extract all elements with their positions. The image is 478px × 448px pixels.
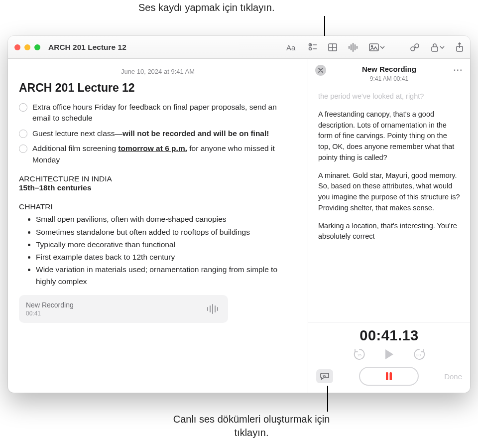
svg-rect-28 <box>386 372 388 380</box>
recording-name: New Recording <box>26 301 74 309</box>
titlebar: ARCH 201 Lecture 12 Aa <box>8 36 470 59</box>
window-controls <box>14 44 40 50</box>
callout-bottom: Canlı ses dökümleri oluşturmak için tıkl… <box>172 413 331 440</box>
subhead: CHHATRI <box>19 202 297 211</box>
svg-point-14 <box>371 45 373 47</box>
svg-text:15: 15 <box>357 353 361 357</box>
sidebar-title: New Recording <box>362 65 416 73</box>
minimize-icon[interactable] <box>24 44 30 50</box>
live-transcript-button[interactable]: 99 <box>316 369 333 383</box>
checklist-text: Extra office hours Friday for feedback o… <box>32 102 297 124</box>
checklist-text: Additional film screening tomorrow at 6 … <box>32 143 297 165</box>
bullet-list: Small open pavilions, often with dome-sh… <box>19 213 297 287</box>
transcript-line-faded: the period we've looked at, right? <box>318 91 460 102</box>
lock-icon[interactable] <box>431 43 445 52</box>
waveform-icon <box>206 303 221 314</box>
checklist-text: Guest lecture next class—will not be rec… <box>32 128 269 139</box>
checklist-icon[interactable] <box>308 43 317 52</box>
window-title: ARCH 201 Lecture 12 <box>48 43 126 52</box>
checklist-item[interactable]: Extra office hours Friday for feedback o… <box>19 102 297 124</box>
note-heading: ARCH 201 Lecture 12 <box>19 81 297 95</box>
forward-30-icon[interactable]: 30 <box>413 348 426 361</box>
recording-duration: 00:41 <box>26 310 74 317</box>
bullet-item: Typically more decorative than functiona… <box>36 239 290 250</box>
sidebar-subtitle: 9:41 AM 00:41 <box>308 75 470 82</box>
share-icon[interactable] <box>456 42 464 52</box>
checklist: Extra office hours Friday for feedback o… <box>19 102 297 165</box>
pause-record-button[interactable] <box>359 367 419 386</box>
transcript-paragraph: Marking a location, that's interesting. … <box>318 221 460 243</box>
checkbox-icon[interactable] <box>19 145 27 153</box>
media-icon[interactable] <box>369 43 385 51</box>
notes-window: ARCH 201 Lecture 12 Aa <box>8 36 470 393</box>
callout-line-bottom <box>327 386 328 412</box>
section-title: ARCHITECTURE IN INDIA <box>19 174 297 183</box>
sidebar-header: New Recording ··· <box>308 59 470 74</box>
checklist-item[interactable]: Guest lecture next class—will not be rec… <box>19 128 297 139</box>
recording-timer: 00:41.13 <box>316 327 462 344</box>
content-split: June 10, 2024 at 9:41 AM ARCH 201 Lectur… <box>8 59 470 393</box>
svg-text:99: 99 <box>323 374 327 377</box>
svg-point-3 <box>309 47 312 50</box>
table-icon[interactable] <box>328 43 337 51</box>
bullet-item: Wide variation in materials used; orname… <box>36 264 290 287</box>
svg-rect-29 <box>389 372 392 380</box>
more-icon[interactable]: ··· <box>454 66 463 75</box>
svg-text:30: 30 <box>416 353 421 357</box>
checkbox-icon[interactable] <box>19 130 27 138</box>
note-timestamp: June 10, 2024 at 9:41 AM <box>19 68 297 75</box>
text-style-icon[interactable]: Aa <box>286 43 297 52</box>
close-sidebar-button[interactable] <box>315 65 326 76</box>
section-subtitle: 15th–18th centuries <box>19 183 297 192</box>
bullet-item: First example dates back to 12th century <box>36 251 290 263</box>
note-editor[interactable]: June 10, 2024 at 9:41 AM ARCH 201 Lectur… <box>8 59 308 393</box>
transcript-paragraph: A minaret. Gold star, Mayuri, good memor… <box>318 170 460 214</box>
done-button[interactable]: Done <box>444 372 462 381</box>
play-icon[interactable] <box>384 348 395 360</box>
rewind-15-icon[interactable]: 15 <box>353 348 366 361</box>
recording-sidebar: New Recording ··· 9:41 AM 00:41 the peri… <box>308 59 470 393</box>
bullet-item: Sometimes standalone but often added to … <box>36 226 290 238</box>
checkbox-icon[interactable] <box>19 103 27 112</box>
bullet-item: Small open pavilions, often with dome-sh… <box>36 213 290 225</box>
recording-attachment[interactable]: New Recording 00:41 <box>19 295 228 323</box>
link-icon[interactable] <box>410 43 420 52</box>
callout-line-top <box>324 16 325 36</box>
callout-top: Ses kaydı yapmak için tıklayın. <box>138 2 274 13</box>
checklist-item[interactable]: Additional film screening tomorrow at 6 … <box>19 143 297 165</box>
audio-record-icon[interactable] <box>348 43 358 52</box>
transcript-paragraph: A freestanding canopy, that's a good des… <box>318 109 460 163</box>
svg-text:Aa: Aa <box>286 43 296 52</box>
maximize-icon[interactable] <box>34 44 40 50</box>
transcript-pane[interactable]: the period we've looked at, right? A fre… <box>308 87 470 322</box>
close-icon[interactable] <box>14 44 20 50</box>
toolbar: Aa <box>286 42 464 52</box>
svg-rect-18 <box>432 47 438 51</box>
playback-controls: 00:41.13 15 <box>308 322 470 393</box>
